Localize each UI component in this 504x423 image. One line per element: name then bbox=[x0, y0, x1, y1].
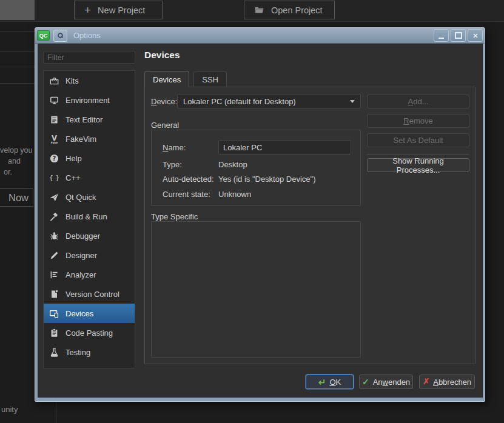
show-running-processes-button[interactable]: Show Running Processes... bbox=[367, 158, 469, 172]
sidebar-item-cpp[interactable]: C++ bbox=[44, 168, 135, 187]
welcome-footer-divider bbox=[56, 401, 56, 423]
sidebar-item-text-editor[interactable]: Text Editor bbox=[44, 110, 135, 129]
chevron-down-icon bbox=[350, 100, 355, 103]
name-label: Name: bbox=[163, 143, 186, 152]
sidebar-item-version-control[interactable]: Version Control bbox=[44, 284, 135, 304]
new-project-label: New Project bbox=[98, 5, 145, 15]
version-document-icon bbox=[49, 289, 59, 299]
close-icon bbox=[472, 32, 479, 39]
filter-input[interactable] bbox=[43, 51, 135, 64]
fakevim-icon bbox=[49, 134, 59, 144]
ok-button[interactable]: ↵ OK bbox=[306, 375, 354, 389]
welcome-text-fragment: and bbox=[8, 157, 21, 165]
remove-button[interactable]: Remove bbox=[367, 114, 469, 128]
welcome-divider bbox=[0, 67, 35, 67]
sidebar-item-fakevim[interactable]: FakeVim bbox=[44, 129, 135, 148]
screen: + New Project Open Project velop you and… bbox=[0, 0, 504, 423]
open-project-label: Open Project bbox=[271, 5, 323, 15]
device-combobox-value: Lokaler PC (default for Desktop) bbox=[183, 97, 296, 106]
text-document-icon bbox=[49, 115, 59, 125]
checkmark-icon: ✓ bbox=[362, 378, 369, 386]
open-project-button[interactable]: Open Project bbox=[244, 1, 335, 19]
current-state-label: Current state: bbox=[163, 190, 210, 199]
dialog-title: Options bbox=[73, 31, 432, 40]
minimize-button[interactable] bbox=[434, 29, 449, 42]
close-button[interactable] bbox=[468, 29, 483, 42]
new-project-button[interactable]: + New Project bbox=[74, 1, 163, 19]
sidebar-item-code-pasting[interactable]: Code Pasting bbox=[44, 323, 135, 342]
minimize-icon bbox=[438, 38, 444, 39]
sidebar-item-devices[interactable]: Devices bbox=[44, 304, 135, 323]
analyzer-bars-icon bbox=[49, 270, 59, 280]
current-state-value: Unknown bbox=[218, 190, 251, 199]
category-list: Kits Environment Text Editor FakeVim Hel… bbox=[43, 70, 135, 368]
sidebar-item-debugger[interactable]: Debugger bbox=[44, 226, 135, 245]
maximize-icon bbox=[455, 32, 462, 39]
options-dialog: QC Options Devices Kits Environment Text… bbox=[35, 27, 485, 402]
device-combobox[interactable]: Lokaler PC (default for Desktop) bbox=[177, 94, 361, 108]
clipboard-icon bbox=[49, 328, 59, 338]
sidebar-item-analyzer[interactable]: Analyzer bbox=[44, 265, 135, 284]
bug-icon bbox=[49, 231, 59, 241]
paper-plane-icon bbox=[49, 192, 59, 202]
cancel-button[interactable]: ✗ Abbrechen bbox=[419, 375, 475, 389]
welcome-divider bbox=[0, 32, 35, 32]
qtcreator-ring-icon bbox=[56, 32, 64, 39]
braces-icon bbox=[49, 173, 59, 183]
sidebar-item-kits[interactable]: Kits bbox=[44, 71, 135, 90]
general-group-title: General bbox=[151, 121, 179, 130]
type-specific-group-title: Type Specific bbox=[151, 212, 198, 221]
pencil-icon bbox=[49, 250, 59, 261]
welcome-footer-fragment: unity bbox=[1, 405, 18, 414]
tab-devices[interactable]: Devices bbox=[144, 71, 189, 87]
type-label: Type: bbox=[163, 160, 182, 169]
flask-icon bbox=[49, 347, 59, 358]
side-buttons-separator bbox=[367, 154, 469, 155]
tab-ssh[interactable]: SSH bbox=[193, 72, 227, 87]
devices-icon bbox=[49, 308, 59, 319]
autodetected-value: Yes (id is "Desktop Device") bbox=[218, 175, 315, 184]
sidebar-item-qt-quick[interactable]: Qt Quick bbox=[44, 187, 135, 207]
qtcreator-badge-icon: QC bbox=[37, 30, 50, 41]
dialog-content: Devices Kits Environment Text Editor Fak… bbox=[38, 44, 483, 398]
monitor-icon bbox=[49, 95, 59, 105]
maximize-button[interactable] bbox=[451, 29, 466, 42]
window-corner-fragment bbox=[0, 0, 35, 20]
sidebar-item-environment[interactable]: Environment bbox=[44, 90, 135, 110]
sidebar-item-testing[interactable]: Testing bbox=[44, 342, 135, 362]
window-menu-button[interactable] bbox=[53, 30, 67, 42]
get-started-now-button[interactable]: Now bbox=[0, 188, 33, 207]
welcome-text-fragment: velop you bbox=[0, 146, 33, 155]
folder-icon bbox=[254, 5, 264, 15]
general-group-box: Name: Type: Desktop Auto-detected: Yes (… bbox=[151, 130, 361, 206]
help-circle-icon bbox=[49, 153, 59, 164]
page-title: Devices bbox=[144, 50, 180, 61]
hammer-icon bbox=[49, 212, 59, 222]
sidebar-item-designer[interactable]: Designer bbox=[44, 245, 135, 265]
autodetected-label: Auto-detected: bbox=[163, 175, 214, 184]
cross-icon: ✗ bbox=[423, 378, 429, 386]
sidebar-item-build-run[interactable]: Build & Run bbox=[44, 207, 135, 226]
devices-tab-pane: Device: Lokaler PC (default for Desktop)… bbox=[144, 87, 475, 364]
toolbox-icon bbox=[49, 76, 59, 86]
plus-icon: + bbox=[84, 4, 91, 16]
ok-return-icon: ↵ bbox=[318, 378, 326, 387]
name-input[interactable] bbox=[218, 140, 351, 155]
device-tabs: Devices SSH bbox=[144, 70, 231, 87]
welcome-divider bbox=[0, 83, 35, 84]
dialog-titlebar[interactable]: QC Options bbox=[35, 28, 485, 44]
type-specific-group-box bbox=[151, 221, 361, 358]
device-label: Device: bbox=[151, 97, 177, 106]
welcome-text-fragment: or. bbox=[4, 168, 12, 176]
sidebar-item-help[interactable]: Help bbox=[44, 148, 135, 168]
add-button[interactable]: Add... bbox=[367, 95, 469, 108]
welcome-divider bbox=[0, 51, 35, 52]
apply-button[interactable]: ✓ Anwenden bbox=[359, 375, 413, 389]
set-as-default-button[interactable]: Set As Default bbox=[367, 133, 469, 147]
type-value: Desktop bbox=[218, 160, 247, 169]
